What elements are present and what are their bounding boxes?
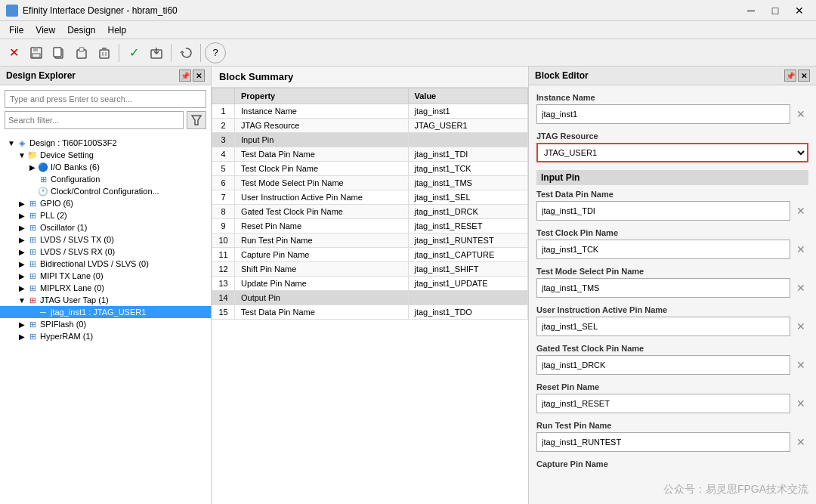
user-instruction-input[interactable] [536,317,790,336]
test-mode-clear[interactable]: ✕ [793,280,808,295]
test-data-clear[interactable]: ✕ [793,203,808,218]
app-icon [6,5,18,17]
tree-item-pll[interactable]: ▶ ⊞ PLL (2) [0,209,211,221]
table-row: 12 Shift Pin Name jtag_inst1_SHIFT [212,262,528,277]
lvds-tx-label: LVDS / SLVS TX (0) [40,235,114,244]
device-icon: 📁 [27,150,38,160]
row-num: 14 [212,291,235,305]
instance-name-clear[interactable]: ✕ [793,107,808,122]
tree-item-lvds-rx[interactable]: ▶ ⊞ LVDS / SLVS RX (0) [0,246,211,258]
tree-item-lvds-tx[interactable]: ▶ ⊞ LVDS / SLVS TX (0) [0,233,211,246]
user-instruction-clear[interactable]: ✕ [793,319,808,334]
row-property: JTAG Resource [235,119,409,133]
jtag-tap-icon: ⊞ [27,295,38,305]
reset-pin-clear[interactable]: ✕ [793,396,808,411]
instance-name-input[interactable] [536,104,790,124]
tree-item-configuration[interactable]: ⊞ Configuration [0,173,211,185]
toolbar-delete-btn[interactable] [94,42,115,63]
tree-item-hyperram[interactable]: ▶ ⊞ HyperRAM (1) [0,330,211,342]
tree-item-mipi-tx[interactable]: ▶ ⊞ MIPI TX Lane (0) [0,270,211,282]
minimize-button[interactable]: ─ [740,3,762,18]
row-value: JTAG_USER1 [408,119,528,133]
gpio-icon: ⊞ [27,198,38,209]
design-label: Design : Ti60F100S3F2 [29,138,117,147]
row-value: jtag_inst1_RESET [408,219,528,233]
test-data-input[interactable] [536,201,790,221]
svg-marker-12 [192,116,201,125]
tree-item-io-banks[interactable]: ▶ 🔵 I/O Banks (6) [0,161,211,173]
test-data-row: ✕ [536,201,808,221]
config-icon: ⊞ [38,174,48,184]
test-clock-label: Test Clock Pin Name [536,228,808,237]
tree-item-gpio[interactable]: ▶ ⊞ GPIO (6) [0,197,211,209]
test-mode-input[interactable] [536,278,790,298]
tree-item-bidir-lvds[interactable]: ▶ ⊞ Bidirectional LVDS / SLVS (0) [0,258,211,270]
row-value: jtag_inst1_TMS [408,176,528,190]
bidir-label: Bidirectional LVDS / SLVS (0) [40,259,149,268]
right-panel-content: Instance Name ✕ JTAG Resource JTAG_USER1… [529,85,816,504]
menu-file[interactable]: File [3,23,29,37]
panel-pin-button[interactable]: 📌 [179,70,191,82]
menu-design[interactable]: Design [61,23,101,37]
filter-input[interactable] [5,111,184,129]
toolbar-copy-btn[interactable] [48,42,70,63]
tree-item-miplrx[interactable]: ▶ ⊞ MIPLRX Lane (0) [0,282,211,294]
menu-bar: File View Design Help [0,21,816,39]
row-property: Gated Test Clock Pin Name [235,205,409,219]
gated-clock-input[interactable] [536,355,790,375]
tree-item-jtag-inst[interactable]: ─ jtag_inst1 : JTAG_USER1 [0,306,211,318]
run-test-clear[interactable]: ✕ [793,434,808,450]
menu-view[interactable]: View [29,23,61,37]
tree-item-device-setting[interactable]: ▼ 📁 Device Setting [0,149,211,161]
editor-close-button[interactable]: ✕ [798,70,810,82]
run-test-input[interactable] [536,432,790,452]
toolbar-close-btn[interactable]: ✕ [3,42,24,63]
tree-arrow-bidir: ▶ [17,260,27,268]
filter-button[interactable] [187,111,206,129]
jtag-inst-label: jtag_inst1 : JTAG_USER1 [51,308,146,317]
panel-close-button[interactable]: ✕ [193,70,205,82]
left-panel: Design Explorer 📌 ✕ ▼ ◈ Design : Ti60F10… [0,66,212,504]
reset-pin-input[interactable] [536,394,790,413]
search-input[interactable] [5,90,206,108]
close-button[interactable]: ✕ [789,3,810,18]
toolbar-export-btn[interactable] [146,42,167,63]
gated-clock-clear[interactable]: ✕ [793,357,808,373]
row-property: User Instruction Active Pin Name [235,190,409,205]
test-clock-clear[interactable]: ✕ [793,242,808,257]
title-bar-controls[interactable]: ─ □ ✕ [740,3,810,18]
toolbar-paste-btn[interactable] [71,42,92,63]
row-num: 7 [212,190,235,205]
panel-header-buttons: 📌 ✕ [179,70,205,82]
tree-item-oscillator[interactable]: ▶ ⊞ Oscillator (1) [0,221,211,233]
row-property: Shift Pin Name [235,262,409,277]
test-clock-input[interactable] [536,240,790,259]
row-value: jtag_inst1_TDO [408,305,528,320]
toolbar-save-btn[interactable] [26,42,47,63]
pll-icon: ⊞ [27,210,38,221]
test-clock-row: ✕ [536,240,808,259]
editor-pin-button[interactable]: 📌 [784,70,796,82]
block-summary-title: Block Summary [212,66,528,88]
toolbar-help-btn[interactable]: ? [205,42,226,63]
tree-item-spi-flash[interactable]: ▶ ⊞ SPIFlash (0) [0,318,211,330]
tree-item-design[interactable]: ▼ ◈ Design : Ti60F100S3F2 [0,137,211,149]
maximize-button[interactable]: □ [765,3,786,18]
toolbar-check-btn[interactable]: ✓ [123,42,144,63]
clock-config-label: Clock/Control Configuration... [51,187,159,196]
jtag-resource-select[interactable]: JTAG_USER1 [536,143,808,162]
row-property: Test Mode Select Pin Name [235,176,409,190]
capture-pin-label: Capture Pin Name [536,459,808,468]
toolbar-refresh-btn[interactable] [175,42,196,63]
tree-item-jtag-tap[interactable]: ▼ ⊞ JTAG User Tap (1) [0,294,211,306]
osc-icon: ⊞ [27,222,38,233]
mipi-icon: ⊞ [27,271,38,281]
tree-item-clock-config[interactable]: 🕐 Clock/Control Configuration... [0,185,211,197]
lvds-tx-icon: ⊞ [27,234,38,245]
lvds-rx-label: LVDS / SLVS RX (0) [40,247,115,256]
filter-row [5,111,206,129]
menu-help[interactable]: Help [102,23,133,37]
table-row: 9 Reset Pin Name jtag_inst1_RESET [212,219,528,233]
gpio-label: GPIO (6) [40,199,73,208]
svg-rect-2 [32,54,40,57]
